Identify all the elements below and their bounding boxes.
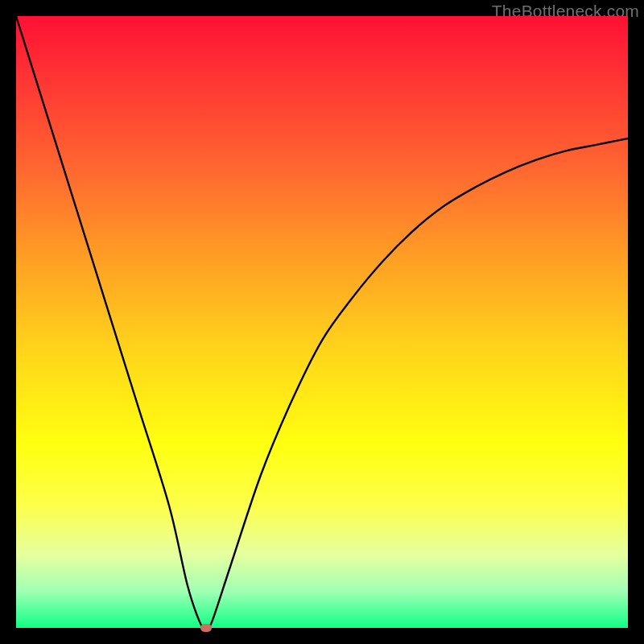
bottleneck-curve xyxy=(16,16,628,628)
plot-area xyxy=(16,16,628,628)
curve-svg xyxy=(16,16,628,628)
optimum-marker xyxy=(200,624,212,632)
chart-frame: TheBottleneck.com xyxy=(0,0,644,644)
